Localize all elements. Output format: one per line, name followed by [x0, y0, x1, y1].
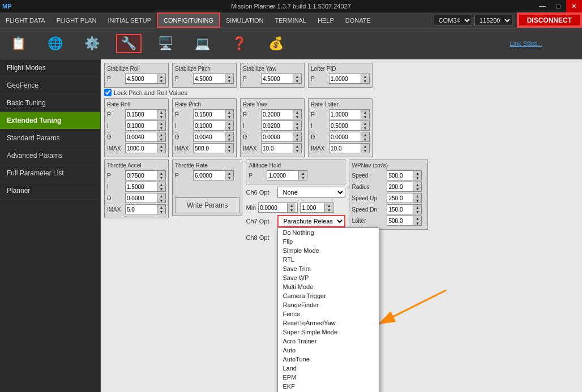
- throttle-accel-p-spinbox[interactable]: ▲ ▼: [125, 170, 166, 180]
- sidebar-item-advanced-params[interactable]: Advanced Params: [0, 147, 100, 165]
- wpnav-speeddn-input[interactable]: [387, 206, 413, 213]
- rate-yaw-p-input[interactable]: [262, 111, 293, 118]
- throttle-accel-i-up[interactable]: ▲: [157, 182, 165, 187]
- sidebar-item-extended-tuning[interactable]: Extended Tuning: [0, 112, 100, 130]
- rate-pitch-imax-input[interactable]: [194, 145, 225, 152]
- rate-pitch-p-spinbox[interactable]: ▲ ▼: [193, 109, 234, 119]
- throttle-rate-p-up[interactable]: ▲: [225, 171, 233, 175]
- rate-roll-imax-up[interactable]: ▲: [157, 144, 165, 148]
- throttle-accel-d-up[interactable]: ▲: [157, 193, 165, 198]
- wpnav-radius-up[interactable]: ▲: [413, 182, 421, 187]
- rate-pitch-d-spinbox[interactable]: ▲ ▼: [193, 132, 234, 142]
- rate-roll-imax-dn[interactable]: ▼: [157, 148, 165, 153]
- rate-loiter-imax-input[interactable]: [329, 145, 361, 152]
- rate-pitch-p-input[interactable]: [194, 111, 225, 118]
- rate-yaw-i-dn[interactable]: ▼: [293, 126, 301, 130]
- loiter-pid-p-input[interactable]: [329, 75, 361, 83]
- rate-yaw-p-dn[interactable]: ▼: [293, 114, 301, 119]
- sidebar-item-flight-modes[interactable]: Flight Modes: [0, 59, 100, 77]
- stabilize-roll-p-spinbox[interactable]: ▲ ▼: [125, 74, 166, 84]
- flight-plan-icon-btn[interactable]: 🌐: [42, 36, 68, 51]
- rate-yaw-p-spinbox[interactable]: ▲ ▼: [261, 109, 302, 119]
- rate-roll-i-spinbox[interactable]: ▲ ▼: [125, 120, 166, 131]
- dropdown-item-0[interactable]: Do Nothing: [278, 228, 379, 237]
- rate-loiter-imax-up[interactable]: ▲: [361, 144, 369, 148]
- dropdown-item-2[interactable]: Simple Mode: [278, 246, 379, 255]
- rate-roll-d-up[interactable]: ▲: [157, 132, 165, 137]
- dropdown-item-7[interactable]: Camera Trigger: [278, 291, 379, 300]
- rate-yaw-d-dn[interactable]: ▼: [293, 137, 301, 141]
- wpnav-speed-input[interactable]: [387, 172, 413, 179]
- stabilize-roll-p-up[interactable]: ▲: [157, 74, 165, 79]
- stabilize-yaw-p-dn[interactable]: ▼: [293, 79, 301, 83]
- rate-loiter-p-spinbox[interactable]: ▲ ▼: [329, 109, 370, 119]
- wpnav-speeddn-up[interactable]: ▲: [413, 205, 421, 209]
- rate-pitch-i-input[interactable]: [194, 122, 225, 130]
- lock-checkbox[interactable]: [104, 89, 112, 96]
- stabilize-yaw-p-spinbox[interactable]: ▲ ▼: [261, 74, 302, 84]
- close-button[interactable]: ✕: [566, 0, 582, 12]
- simulation-icon-btn[interactable]: 🖥️: [153, 36, 178, 51]
- rate-roll-imax-input[interactable]: [126, 145, 157, 152]
- lock-checkbox-label[interactable]: Lock Pitch and Roll Values: [114, 89, 187, 96]
- throttle-accel-imax-input[interactable]: [126, 206, 157, 213]
- altitude-hold-p-dn[interactable]: ▼: [299, 175, 307, 180]
- min-spinbox[interactable]: ▲ ▼: [258, 203, 298, 213]
- rate-loiter-d-input[interactable]: [329, 133, 361, 141]
- rate-loiter-imax-spinbox[interactable]: ▲ ▼: [329, 143, 370, 153]
- dropdown-item-4[interactable]: Save Trim: [278, 264, 379, 273]
- rate-roll-i-input[interactable]: [126, 122, 157, 130]
- dropdown-item-5[interactable]: Save WP: [278, 273, 379, 282]
- menu-simulation[interactable]: SIMULATION: [220, 12, 269, 28]
- dropdown-item-6[interactable]: Multi Mode: [278, 282, 379, 291]
- rate-loiter-imax-dn[interactable]: ▼: [361, 148, 369, 153]
- menu-flight-data[interactable]: FLIGHT DATA: [0, 12, 51, 28]
- dropdown-item-13[interactable]: Auto: [278, 346, 379, 355]
- min-up[interactable]: ▲: [288, 203, 296, 208]
- dropdown-item-8[interactable]: RangeFinder: [278, 300, 379, 309]
- menu-config-tuning[interactable]: CONFIG/TUNING: [157, 12, 220, 28]
- sidebar-item-full-parameter-list[interactable]: Full Parameter List: [0, 165, 100, 182]
- wpnav-speed-spinbox[interactable]: ▲ ▼: [387, 170, 422, 180]
- throttle-accel-i-input[interactable]: [126, 183, 157, 191]
- loiter-pid-p-spinbox[interactable]: ▲ ▼: [329, 74, 370, 84]
- min-dn[interactable]: ▼: [288, 208, 296, 212]
- rate-yaw-imax-dn[interactable]: ▼: [293, 148, 301, 153]
- rate-pitch-p-up[interactable]: ▲: [225, 110, 233, 114]
- baud-rate-select[interactable]: 115200: [474, 15, 512, 26]
- rate-loiter-i-dn[interactable]: ▼: [361, 126, 369, 130]
- link-stats-link[interactable]: Link Stats...: [510, 40, 542, 47]
- throttle-rate-p-input[interactable]: [194, 172, 225, 179]
- rate-loiter-i-up[interactable]: ▲: [361, 121, 369, 126]
- rate-yaw-imax-input[interactable]: [262, 145, 293, 152]
- throttle-accel-p-input[interactable]: [126, 172, 157, 179]
- stabilize-roll-p-dn[interactable]: ▼: [157, 79, 165, 83]
- altitude-hold-p-spinbox[interactable]: ▲ ▼: [267, 170, 307, 180]
- rate-yaw-d-spinbox[interactable]: ▲ ▼: [261, 132, 302, 142]
- wpnav-loiter-spinbox[interactable]: ▲ ▼: [387, 216, 422, 226]
- config-tuning-icon-btn[interactable]: 🔧: [116, 34, 142, 53]
- rate-roll-p-input[interactable]: [126, 111, 157, 118]
- ch6-select[interactable]: None: [277, 187, 345, 198]
- throttle-accel-imax-dn[interactable]: ▼: [157, 209, 165, 214]
- rate-roll-p-up[interactable]: ▲: [157, 110, 165, 114]
- altitude-hold-p-input[interactable]: [267, 172, 298, 179]
- maximize-button[interactable]: □: [550, 0, 566, 12]
- wpnav-speed-up[interactable]: ▲: [413, 171, 421, 175]
- throttle-accel-p-dn[interactable]: ▼: [157, 175, 165, 180]
- wpnav-speedup-dn[interactable]: ▼: [413, 198, 421, 203]
- wpnav-speedup-input[interactable]: [387, 195, 413, 202]
- rate-pitch-i-up[interactable]: ▲: [225, 121, 233, 126]
- rate-pitch-d-input[interactable]: [194, 133, 225, 141]
- throttle-accel-d-spinbox[interactable]: ▲ ▼: [125, 193, 166, 203]
- rate-pitch-i-spinbox[interactable]: ▲ ▼: [193, 120, 234, 131]
- com-port-select[interactable]: COM34: [434, 15, 472, 26]
- rate-loiter-d-up[interactable]: ▲: [361, 132, 369, 137]
- dropdown-item-1[interactable]: Flip: [278, 237, 379, 246]
- rate-roll-imax-spinbox[interactable]: ▲ ▼: [125, 143, 166, 153]
- wpnav-speeddn-dn[interactable]: ▼: [413, 209, 421, 214]
- throttle-accel-imax-spinbox[interactable]: ▲ ▼: [125, 204, 166, 214]
- loiter-pid-p-dn[interactable]: ▼: [361, 79, 369, 83]
- rate-pitch-d-up[interactable]: ▲: [225, 132, 233, 137]
- rate-roll-p-dn[interactable]: ▼: [157, 114, 165, 119]
